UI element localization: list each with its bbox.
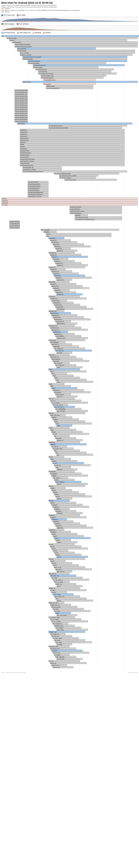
process-bar: cfinteractive bbox=[53, 345, 79, 347]
process-bar: kworker/u16:12 bbox=[49, 324, 75, 327]
process-row: irq/176-arm-smm bbox=[1, 648, 138, 649]
process-bar: kworker/0:0 bbox=[49, 237, 64, 239]
process-bar: cds_mc_thread bbox=[50, 618, 81, 620]
process-row: gatekeeperd bbox=[1, 148, 138, 150]
process-row: irq/175-arm-smm bbox=[1, 646, 138, 647]
process-bar: kworker/2:1 bbox=[54, 260, 75, 262]
process-row: /vendor/bin/hw/rild bbox=[1, 181, 138, 183]
process-bar: rcuos/4 bbox=[49, 558, 85, 560]
process-row: wpa_supplicant bbox=[1, 229, 138, 231]
process-row: rcuos/4 bbox=[1, 558, 138, 560]
process-bar: migration/4 bbox=[55, 525, 86, 527]
process-bar: kworker/6:1 bbox=[54, 289, 70, 291]
process-bar: system bbox=[56, 600, 93, 601]
process-row: iptables-restore bbox=[1, 85, 138, 87]
process-bar: kworker/1:1 bbox=[56, 250, 78, 252]
process-row: kswapd0 bbox=[1, 475, 138, 476]
process-bar: kworker/u17:1 bbox=[53, 331, 68, 333]
process-row: com.qualcomm.qti.services bbox=[1, 72, 138, 74]
process-bar: loop5 bbox=[54, 377, 80, 379]
process-row: kworker/u16:4 bbox=[1, 308, 138, 310]
process-bar: crtc_event:111 bbox=[55, 350, 92, 351]
process-bar: android.hardware.audio@2.0-service bbox=[15, 91, 27, 93]
process-row: com.miui.securitycenter bbox=[1, 87, 138, 89]
process-row: com.google.android.gms.persistent bbox=[1, 127, 138, 129]
footer-left[interactable]: http://code.google.com/p/pybootchartgui bbox=[1, 672, 26, 673]
process-bar: kworker/u16:1 bbox=[53, 302, 74, 304]
process-row: mdnsd bbox=[1, 233, 138, 235]
process-row: irq/378-fts_ts bbox=[1, 343, 138, 345]
process-row: crypto bbox=[1, 429, 138, 431]
process-row: mdss_fb0 bbox=[1, 354, 138, 356]
process-bar: /system/bin/vold bbox=[17, 50, 135, 52]
process-row: kworker/6:0 bbox=[1, 287, 138, 289]
process-bar: bioset bbox=[49, 427, 70, 429]
process-bar: rcuop/6 bbox=[50, 546, 81, 547]
process-row: kworker/u16:11 bbox=[1, 322, 138, 324]
process-bar: ksoftirqd/2 bbox=[53, 506, 89, 508]
process-bar: msm_ipc_router bbox=[54, 581, 70, 583]
process-row: bioset bbox=[1, 427, 138, 429]
process-row: /vendor/bin/irsc_util bbox=[1, 166, 138, 168]
legend-swatch bbox=[1, 32, 3, 34]
process-bar: diag_real_time_ bbox=[56, 410, 88, 412]
process-bar: media.codec bbox=[20, 135, 124, 137]
process-row: migration/3 bbox=[1, 523, 138, 524]
process-bar: kworker/3:0 bbox=[49, 266, 85, 268]
process-bar: rcuop/3 bbox=[55, 539, 71, 541]
process-row: rcuop/5 bbox=[1, 544, 138, 545]
process-bar: devfreq_wq bbox=[56, 439, 83, 441]
process-row: kblockd bbox=[1, 431, 138, 433]
process-row: kworker/u16:1 bbox=[1, 302, 138, 304]
process-bar: goodix_wq bbox=[50, 662, 86, 664]
process-bar: com.android.settings bbox=[28, 62, 106, 64]
process-bar: migration/7 bbox=[50, 531, 71, 533]
process-row: android.hardware.light@2.0-service bbox=[1, 106, 138, 108]
process-row: kworker/2:1 bbox=[1, 260, 138, 262]
process-bar: rcu_gp bbox=[53, 462, 84, 464]
process-bar: com.android.internal.os.ZygoteInit bbox=[22, 56, 127, 58]
process-bar: kworker/1:2 bbox=[50, 254, 81, 256]
process-row: migration/2 bbox=[1, 521, 138, 522]
process-row: com.google.android.gms bbox=[1, 125, 138, 127]
legend-swatch bbox=[17, 23, 19, 25]
process-bar: hwbinder bbox=[51, 460, 77, 462]
process-row: /system/bin/idmap2d bbox=[1, 206, 138, 208]
process-bar: /system/bin/idmap2d bbox=[70, 206, 122, 208]
process-bar: kworker/7:1H bbox=[50, 298, 86, 300]
process-bar: kworker/u16:10 bbox=[55, 320, 71, 322]
process-row: migration/0 bbox=[1, 202, 138, 204]
process-bar: diag_dci_wq bbox=[53, 666, 74, 668]
process-row: at_usb1 bbox=[1, 591, 138, 593]
legend-item: Sleeping bbox=[33, 32, 41, 34]
process-bar: com.android.inputmethod.latin bbox=[54, 173, 119, 175]
process-row: com.qualcomm.location bbox=[1, 216, 138, 218]
process-bar: kblockd bbox=[51, 431, 83, 433]
process-bar: core_ctl/0 bbox=[53, 608, 84, 610]
process-row: ipa_power_mgmt bbox=[1, 447, 138, 450]
process-bar: loop0 bbox=[56, 366, 83, 368]
process-row: rcuop/3 bbox=[1, 539, 138, 541]
process-row: irq/24-408000.q bbox=[1, 335, 138, 337]
process-row: android.hardware.wifi@1.0-service bbox=[1, 89, 138, 91]
process-bar: rcuop/1 bbox=[53, 535, 84, 537]
process-bar: rcuos/2 bbox=[55, 554, 81, 556]
process-bar: rcuop/5 bbox=[49, 544, 75, 545]
process-bar: wlan_logging_th bbox=[53, 623, 68, 624]
process-bar: sugov:0 bbox=[56, 483, 88, 485]
process-bar: writeback bbox=[56, 468, 78, 470]
process-row: msm_cci_wq bbox=[1, 652, 138, 654]
process-row: clatd bbox=[1, 235, 138, 237]
process-row: rcuos/1 bbox=[1, 552, 138, 554]
process-row: kcompactd0 bbox=[1, 470, 138, 472]
process-row: DIAG_USB_diag bbox=[1, 414, 138, 416]
process-bar: migration/1 bbox=[51, 518, 67, 520]
process-bar: /vendor/bin/pm-service bbox=[28, 185, 49, 187]
process-bar: /vendor/bin/imsqmidaemon bbox=[28, 193, 49, 195]
process-row: loop5 bbox=[1, 377, 138, 379]
process-bar: ipa_usb_wq bbox=[51, 445, 67, 447]
process-bar: audioserver bbox=[20, 129, 124, 131]
process-bar: pd_mapper bbox=[54, 654, 70, 656]
process-row: mediaserver bbox=[1, 133, 138, 135]
process-bar: android.hardware.power@1.1-service bbox=[15, 104, 27, 106]
